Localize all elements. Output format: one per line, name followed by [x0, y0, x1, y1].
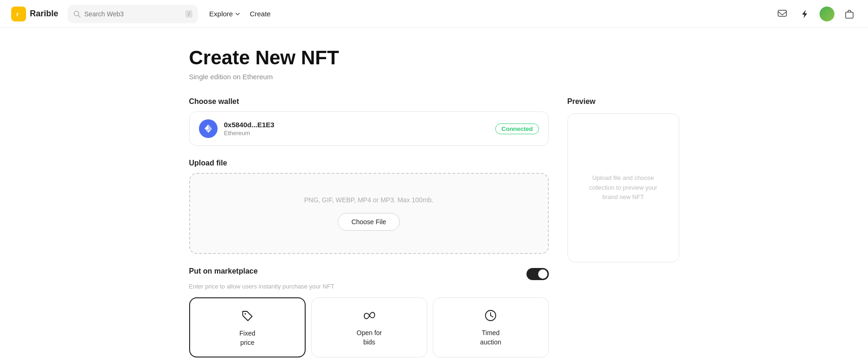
page-title: Create New NFT — [189, 47, 679, 69]
timed-auction-card[interactable]: Timedauction — [433, 297, 549, 357]
toggle-thumb — [538, 269, 547, 279]
preview-panel: Upload file and choosecollection to prev… — [567, 113, 679, 262]
avatar[interactable] — [820, 7, 834, 21]
tag-icon — [198, 308, 298, 324]
rarible-logo-icon: r — [11, 7, 26, 21]
marketplace-title-area: Put on marketplace — [189, 267, 258, 275]
open-bids-label: Open forbids — [319, 329, 419, 347]
toggle-track — [526, 268, 549, 280]
message-icon[interactable] — [775, 7, 790, 21]
fixed-price-label: Fixedprice — [198, 329, 298, 347]
choose-file-button[interactable]: Choose File — [338, 213, 400, 231]
preview-placeholder: Upload file and choosecollection to prev… — [589, 173, 657, 202]
search-icon — [73, 10, 81, 18]
main-content: Create New NFT Single edition on Ethereu… — [178, 28, 690, 364]
wallet-card[interactable]: 0x5840d...E1E3 Ethereum Connected — [189, 111, 549, 146]
marketplace-header: Put on marketplace — [189, 267, 549, 280]
logo-area[interactable]: r Rarible — [11, 7, 58, 21]
wallet-address: 0x5840d...E1E3 — [224, 121, 489, 129]
marketplace-title: Put on marketplace — [189, 267, 258, 275]
header-right — [775, 7, 857, 21]
svg-line-14 — [491, 316, 493, 317]
upload-section: Upload file PNG, GIF, WEBP, MP4 or MP3. … — [189, 159, 549, 254]
explore-nav-link[interactable]: Explore — [209, 10, 240, 18]
create-nav-link[interactable]: Create — [250, 10, 271, 18]
connected-badge: Connected — [495, 124, 539, 134]
marketplace-desc: Enter price to allow users instantly pur… — [189, 283, 549, 290]
pricing-cards: Fixedprice Open forbids — [189, 297, 549, 357]
marketplace-section: Put on marketplace Enter price to allow … — [189, 267, 549, 357]
svg-point-11 — [245, 313, 246, 315]
preview-label: Preview — [567, 97, 679, 106]
marketplace-toggle[interactable] — [526, 268, 549, 280]
bolt-icon[interactable] — [797, 7, 812, 21]
svg-rect-6 — [846, 12, 853, 18]
search-bar[interactable]: / — [68, 5, 198, 23]
choose-wallet-label: Choose wallet — [189, 97, 549, 106]
content-layout: Choose wallet 0x5840d...E1E3 Ethereum Co… — [189, 97, 679, 364]
page-subtitle: Single edition on Ethereum — [189, 73, 679, 81]
search-slash-badge: / — [185, 10, 192, 18]
wallet-info: 0x5840d...E1E3 Ethereum — [224, 121, 489, 137]
clock-icon — [441, 307, 541, 324]
upload-hint: PNG, GIF, WEBP, MP4 or MP3. Max 100mb. — [201, 196, 537, 204]
open-bids-card[interactable]: Open forbids — [311, 297, 427, 357]
svg-text:r: r — [16, 11, 19, 18]
upload-area[interactable]: PNG, GIF, WEBP, MP4 or MP3. Max 100mb. C… — [189, 173, 549, 254]
svg-line-3 — [78, 15, 80, 17]
infinity-icon — [319, 307, 419, 324]
timed-auction-label: Timedauction — [441, 329, 541, 347]
header: r Rarible / Explore Create — [0, 0, 868, 28]
nav-links: Explore Create — [209, 10, 271, 18]
search-input[interactable] — [84, 10, 182, 18]
logo-text: Rarible — [30, 9, 58, 19]
upload-label: Upload file — [189, 159, 549, 167]
svg-marker-5 — [802, 10, 807, 18]
bag-icon[interactable] — [842, 7, 857, 21]
ethereum-icon — [199, 119, 218, 138]
left-column: Choose wallet 0x5840d...E1E3 Ethereum Co… — [189, 97, 549, 364]
wallet-network: Ethereum — [224, 130, 489, 137]
right-column: Preview Upload file and choosecollection… — [567, 97, 679, 262]
chevron-down-icon — [235, 11, 240, 17]
svg-rect-4 — [778, 10, 786, 16]
fixed-price-card[interactable]: Fixedprice — [189, 297, 306, 357]
